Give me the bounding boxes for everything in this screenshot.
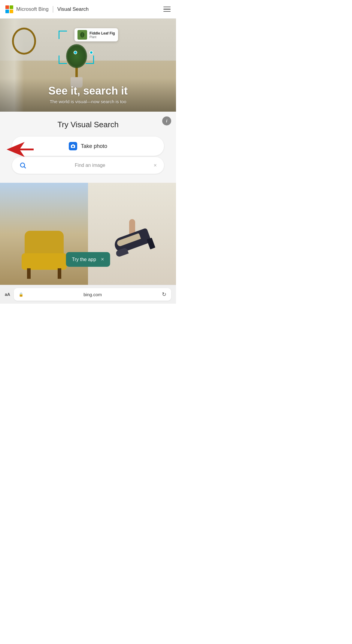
bing-logo	[5, 5, 13, 13]
info-button[interactable]: i	[162, 116, 171, 125]
hamburger-line-1	[163, 7, 171, 8]
plant-leaves	[66, 44, 87, 68]
camera-icon	[69, 142, 77, 150]
svg-point-4	[72, 146, 74, 147]
mirror-decor	[12, 28, 36, 55]
take-photo-label: Take photo	[81, 143, 107, 149]
scan-dot-1	[74, 51, 77, 54]
navbar: Microsoft Bing Visual Search	[0, 0, 176, 19]
chair-seat	[22, 253, 67, 270]
reload-button[interactable]: ↻	[162, 291, 166, 298]
try-app-banner[interactable]: Try the app ×	[66, 252, 110, 267]
page-title: Visual Search	[57, 6, 89, 12]
scan-bracket-top-left	[59, 31, 67, 39]
take-photo-container: Take photo	[12, 137, 164, 156]
tooltip-thumbnail	[77, 30, 87, 40]
camera-svg	[71, 144, 75, 148]
chair-shape	[22, 231, 67, 279]
logo-green	[10, 5, 13, 9]
brand-name: Microsoft Bing	[16, 6, 49, 12]
logo-blue	[5, 10, 9, 13]
hero-heading: See it, search it	[6, 84, 170, 97]
arrow-svg	[7, 142, 34, 157]
try-app-label: Try the app	[72, 257, 96, 262]
tooltip-type: Plant	[90, 35, 115, 39]
hero-subheading: The world is visual—now search is too	[6, 99, 170, 104]
grid-cell-shoes[interactable]	[88, 183, 176, 285]
hero-section: Fiddle Leaf Fig Plant See it, search it …	[0, 19, 176, 112]
svg-marker-2	[7, 142, 34, 157]
search-title: Try Visual Search	[12, 120, 164, 129]
navbar-left: Microsoft Bing Visual Search	[5, 5, 89, 13]
svg-line-7	[24, 167, 26, 168]
leaf-icon	[79, 32, 85, 38]
hero-text-overlay: See it, search it The world is visual—no…	[0, 78, 176, 112]
lock-icon: 🔒	[19, 292, 23, 297]
logo-yellow	[10, 10, 13, 13]
find-image-label: Find an image	[30, 163, 150, 168]
tooltip-content: Fiddle Leaf Fig Plant	[90, 31, 115, 39]
find-image-close-icon[interactable]: ×	[153, 162, 157, 169]
image-grid: Try the app ×	[0, 183, 176, 285]
shoe-group	[114, 219, 150, 248]
hamburger-line-2	[163, 9, 171, 10]
bottom-bar: aA 🔒 bing.com ↻	[0, 285, 176, 304]
scan-dot-2	[90, 51, 93, 54]
url-text: bing.com	[26, 292, 159, 297]
hamburger-line-3	[163, 11, 171, 12]
menu-button[interactable]	[163, 7, 171, 12]
svg-rect-5	[72, 144, 74, 145]
font-size-button[interactable]: aA	[5, 292, 10, 297]
grid-cell-chair[interactable]	[0, 183, 88, 285]
plant-tooltip: Fiddle Leaf Fig Plant	[74, 28, 118, 41]
find-image-button[interactable]: Find an image ×	[12, 157, 164, 174]
nav-divider	[53, 6, 53, 13]
scan-bracket-bottom-right	[86, 56, 94, 64]
search-section: i Try Visual Search Take photo Fin	[0, 112, 176, 183]
logo-red	[5, 5, 9, 9]
chair-leg-right	[58, 268, 61, 279]
take-photo-button[interactable]: Take photo	[12, 137, 164, 156]
try-app-close-button[interactable]: ×	[101, 256, 104, 263]
search-icon	[19, 162, 26, 169]
shoe-display	[114, 219, 150, 248]
chair-leg-left	[27, 268, 31, 279]
scan-bracket-bottom-left	[59, 56, 67, 64]
shoe-inner	[116, 233, 141, 247]
tooltip-name: Fiddle Leaf Fig	[90, 31, 115, 35]
url-bar[interactable]: 🔒 bing.com ↻	[14, 288, 171, 301]
